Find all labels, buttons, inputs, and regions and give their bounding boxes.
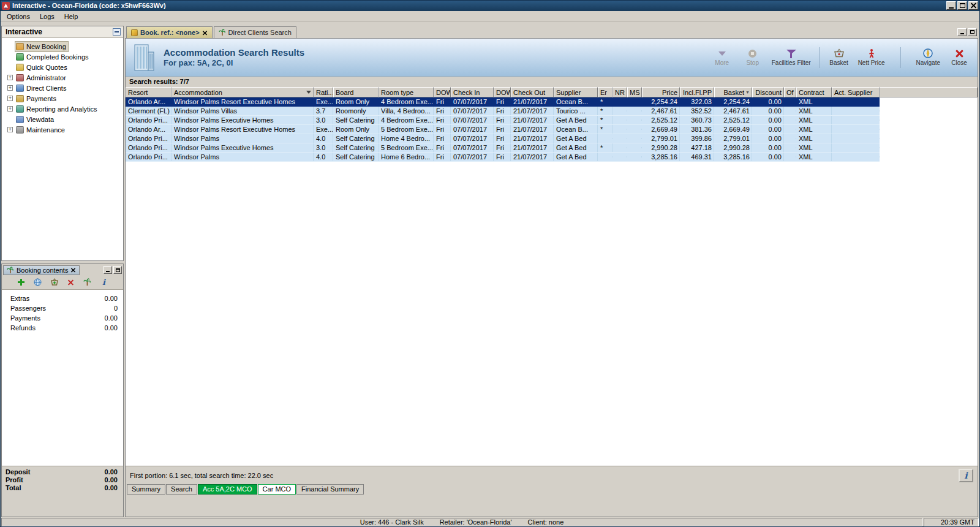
expand-icon[interactable]: + xyxy=(7,127,13,132)
sidebar-item-direct-clients[interactable]: +Direct Clients xyxy=(2,83,123,93)
bottom-tab-acc-5a-2c-mco[interactable]: Acc 5A,2C MCO xyxy=(198,484,257,495)
column-header-er[interactable]: Er xyxy=(598,87,612,97)
column-header-room-type[interactable]: Room type xyxy=(379,87,434,97)
bottom-tab-financial-summary[interactable]: Financial Summary xyxy=(296,484,364,495)
filter-icon[interactable] xyxy=(306,91,311,94)
expand-icon[interactable]: + xyxy=(7,75,13,80)
add-basket-button[interactable] xyxy=(50,278,59,287)
bottom-tab-summary[interactable]: Summary xyxy=(127,484,165,495)
minimize-icon xyxy=(106,271,110,272)
holiday-button[interactable] xyxy=(83,278,92,287)
column-header-resort[interactable]: Resort xyxy=(126,87,172,97)
close-tab-icon[interactable] xyxy=(202,30,206,34)
column-header-check-in[interactable]: Check In xyxy=(451,87,494,97)
result-cell xyxy=(832,147,880,148)
minimize-button[interactable] xyxy=(946,1,956,10)
administrator-icon xyxy=(16,74,24,82)
result-row[interactable]: Clermont (FL)Windsor Palms Villas3.7Room… xyxy=(126,107,880,116)
column-header-accommodation[interactable]: Accommodation xyxy=(172,87,314,97)
result-cell: Fri xyxy=(434,116,451,124)
column-header-basket[interactable]: Basket▼ xyxy=(714,87,752,97)
close-booking-contents-icon[interactable] xyxy=(71,268,75,272)
close-search-button[interactable]: Close xyxy=(946,48,973,66)
info-button[interactable]: i xyxy=(959,469,973,482)
column-header-of[interactable]: Of xyxy=(784,87,796,97)
sidebar-item-content: Maintenance xyxy=(15,125,67,135)
column-header-dow[interactable]: DOW xyxy=(434,87,451,97)
result-row[interactable]: Orlando Pri...Windsor Palms4.0Self Cater… xyxy=(126,134,880,143)
result-cell: Fri xyxy=(434,107,451,115)
result-cell: XML xyxy=(796,116,832,124)
column-header-nr[interactable]: NR xyxy=(612,87,627,97)
facilities-filter-button[interactable]: Facilities Filter xyxy=(770,48,813,66)
result-cell: 2,254.24 xyxy=(642,97,680,106)
column-header-incl-fl-pp[interactable]: Incl.Fl.PP xyxy=(680,87,714,97)
sidebar-item-completed-bookings[interactable]: Completed Bookings xyxy=(2,51,123,62)
result-row[interactable]: Orlando Pri...Windsor Palms4.0Self Cater… xyxy=(126,153,880,162)
expand-icon[interactable]: + xyxy=(7,96,13,101)
sidebar-item-reporting-and-analytics[interactable]: +Reporting and Analytics xyxy=(2,104,123,114)
web-button[interactable] xyxy=(33,278,43,287)
menu-help[interactable]: Help xyxy=(60,12,83,21)
booking-contents-totals: Deposit0.00Profit0.00Total0.00 xyxy=(2,466,123,517)
menu-options[interactable]: Options xyxy=(2,12,34,21)
collapse-panel-button[interactable] xyxy=(113,28,121,36)
info-button-small[interactable]: i xyxy=(99,278,109,287)
tab-booking-ref[interactable]: Book. ref.: <none> xyxy=(126,26,213,38)
nett-price-button[interactable]: Nett Price xyxy=(856,48,887,66)
column-header-ms[interactable]: MS xyxy=(627,87,642,97)
bc-minimize-button[interactable] xyxy=(104,266,112,274)
sidebar-item-payments[interactable]: +Payments xyxy=(2,93,123,104)
stop-button[interactable]: Stop xyxy=(739,48,766,66)
result-cell: 4.0 xyxy=(314,134,333,143)
tab-direct-clients-search[interactable]: Direct Clients Search xyxy=(214,26,296,38)
result-row[interactable]: Orlando Ar...Windsor Palms Resort Execut… xyxy=(126,97,880,107)
result-row[interactable]: Orlando Pri...Windsor Palms Executive Ho… xyxy=(126,116,880,125)
column-header-price[interactable]: Price xyxy=(642,87,680,97)
bottom-tab-search[interactable]: Search xyxy=(166,484,197,495)
add-item-button[interactable] xyxy=(17,278,26,287)
sidebar-item-maintenance[interactable]: +Maintenance xyxy=(2,124,123,135)
maximize-button[interactable] xyxy=(957,1,967,10)
results-table: ResortAccommodationRati...BoardRoom type… xyxy=(126,87,978,466)
column-header-dow[interactable]: DOW xyxy=(494,87,511,97)
mdi-restore-button[interactable] xyxy=(968,28,977,36)
booking-contents-row: Passengers0 xyxy=(2,303,123,313)
basket-button[interactable]: Basket xyxy=(826,48,853,66)
delete-item-button[interactable] xyxy=(66,278,76,287)
result-cell: 21/07/2017 xyxy=(511,143,554,152)
column-header-board[interactable]: Board xyxy=(333,87,379,97)
booking-total-value: 0.00 xyxy=(105,484,118,492)
bottom-tab-car-mco[interactable]: Car MCO xyxy=(258,484,296,495)
sidebar-item-label: Maintenance xyxy=(26,126,65,134)
sidebar-item-new-booking[interactable]: New Booking xyxy=(2,41,123,51)
bc-restore-button[interactable] xyxy=(113,266,122,274)
sidebar-item-quick-quotes[interactable]: Quick Quotes xyxy=(2,62,123,72)
menu-logs[interactable]: Logs xyxy=(36,12,59,21)
palm-icon xyxy=(83,278,91,286)
expand-icon[interactable]: + xyxy=(7,106,13,112)
viewdata-icon xyxy=(16,116,24,123)
new-booking-icon xyxy=(16,43,24,50)
mdi-minimize-button[interactable] xyxy=(957,28,967,36)
sidebar-item-administrator[interactable]: +Administrator xyxy=(2,72,123,83)
column-header-check-out[interactable]: Check Out xyxy=(511,87,554,97)
column-header-supplier[interactable]: Supplier xyxy=(554,87,598,97)
column-header-discount[interactable]: Discount xyxy=(752,87,784,97)
booking-contents-tab[interactable]: Booking contents xyxy=(3,265,80,275)
result-row[interactable]: Orlando Pri...Windsor Palms Executive Ho… xyxy=(126,143,880,153)
status-client: Client: none xyxy=(528,518,564,526)
more-button[interactable]: More xyxy=(709,48,736,66)
results-table-header: ResortAccommodationRati...BoardRoom type… xyxy=(126,87,978,97)
booking-item-label: Passengers xyxy=(10,305,114,312)
column-header-contract[interactable]: Contract xyxy=(796,87,832,97)
result-cell xyxy=(612,138,627,139)
column-header-act-supplier[interactable]: Act. Supplier xyxy=(832,87,880,97)
expand-icon[interactable]: + xyxy=(7,85,13,91)
result-row[interactable]: Orlando Ar...Windsor Palms Resort Execut… xyxy=(126,125,880,134)
navigate-button[interactable]: Navigate xyxy=(914,48,942,66)
column-header-rati[interactable]: Rati... xyxy=(314,87,333,97)
result-cell: 21/07/2017 xyxy=(511,116,554,124)
sidebar-item-viewdata[interactable]: Viewdata xyxy=(2,114,123,124)
close-window-button[interactable] xyxy=(968,1,978,10)
